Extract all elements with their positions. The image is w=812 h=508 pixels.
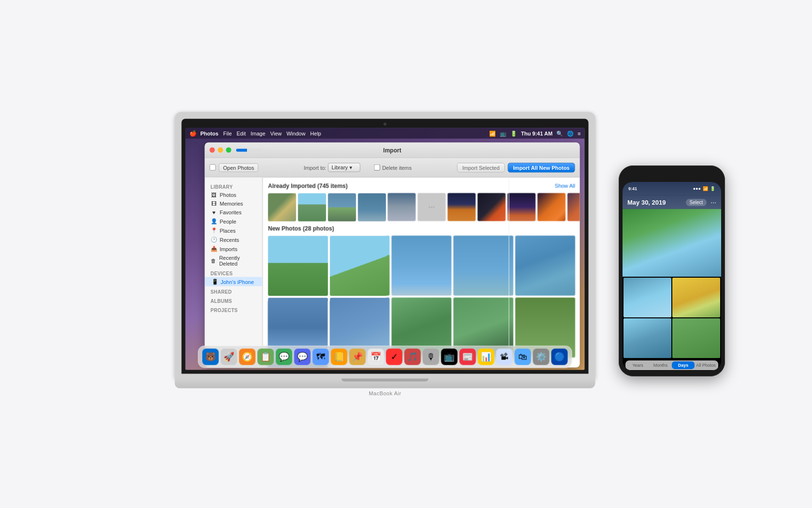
menubar-file[interactable]: File (223, 131, 232, 136)
search-icon[interactable]: 🔍 (556, 130, 563, 136)
menubar-image[interactable]: Image (250, 131, 265, 136)
photo-thumb[interactable] (478, 193, 506, 221)
memories-icon: 🎞 (211, 201, 218, 207)
siri-icon[interactable]: 🌐 (567, 130, 574, 136)
iphone-tab-months[interactable]: Months (649, 361, 672, 369)
sidebar-item-imports[interactable]: 📥 Imports (205, 244, 262, 254)
iphone-grid-photo[interactable] (624, 278, 671, 317)
close-button[interactable] (210, 148, 215, 153)
window-titlebar: Import (205, 143, 580, 158)
new-photo-thumb[interactable] (515, 236, 575, 296)
dock-other[interactable]: 🔵 (551, 349, 568, 365)
iphone-grid-photo[interactable] (672, 278, 720, 317)
dock-maps[interactable]: 🗺 (313, 349, 329, 365)
new-photo-thumb[interactable] (392, 236, 451, 296)
menubar-help[interactable]: Help (310, 131, 321, 136)
menubar-window[interactable]: Window (287, 131, 305, 136)
sidebar-item-photos[interactable]: 🖼 Photos (205, 191, 262, 199)
iphone-view-tabs: Years Months Days All Photos (625, 360, 718, 370)
iphone-tab-allphotos[interactable]: All Photos (695, 361, 717, 369)
new-photo-thumb[interactable] (330, 236, 390, 296)
iphone-more-button[interactable]: ··· (710, 198, 716, 206)
library-select[interactable]: Library ▾ (328, 163, 361, 172)
show-all-link[interactable]: Show All (554, 183, 575, 189)
dock-itunes[interactable]: 🎵 (405, 349, 421, 365)
dock-numbers[interactable]: 📊 (478, 349, 494, 365)
new-photo-thumb[interactable] (453, 236, 513, 296)
dock-background: 🐻 🚀 🧭 📋 💬 💬 🗺 📒 📌 📅 ✓ 🎵 (198, 346, 572, 368)
iphone-grid-photo[interactable] (624, 318, 671, 358)
macbook-label: MacBook Air (175, 390, 595, 396)
import-selected-button[interactable]: Import Selected (457, 163, 505, 172)
dock-stickies[interactable]: 📌 (349, 349, 366, 365)
minimize-button[interactable] (218, 148, 223, 153)
menubar-time: Thu 9:41 AM (521, 131, 552, 136)
apple-icon[interactable]: 🍎 (189, 130, 197, 137)
macbook: 🍎 Photos File Edit Image View Window Hel… (175, 112, 595, 396)
dock-keynote[interactable]: 📽 (496, 349, 513, 365)
sidebar-item-recently-deleted[interactable]: 🗑 Recently Deleted (205, 254, 262, 268)
toolbar-left: Open Photos (210, 163, 259, 172)
open-photos-button[interactable]: Open Photos (219, 163, 259, 172)
sidebar-item-places[interactable]: 📍 Places (205, 226, 262, 235)
albums-section-label: Albums (205, 296, 262, 305)
library-section-label: Library (205, 181, 262, 191)
dock-appstore[interactable]: 🛍 (515, 349, 531, 365)
photo-thumb[interactable] (358, 193, 386, 221)
sidebar-item-recents[interactable]: 🕐 Recents (205, 235, 262, 244)
dock-launchpad[interactable]: 🚀 (221, 349, 237, 365)
dock-discord[interactable]: 💬 (294, 349, 311, 365)
dock-podcasts[interactable]: 🎙 (423, 349, 439, 365)
dock-appletv[interactable]: 📺 (441, 349, 458, 365)
toolbar-right: Import Selected Import All New Photos (457, 163, 575, 172)
menubar-app-name[interactable]: Photos (201, 131, 218, 136)
iphone-tab-days[interactable]: Days (672, 361, 695, 369)
photo-thumb[interactable] (388, 193, 416, 221)
iphone-signal-icon: ●●● (693, 186, 701, 191)
photo-thumb[interactable] (567, 193, 580, 221)
sidebar-item-label: Recently Deleted (219, 255, 256, 267)
sidebar-item-favorites[interactable]: ♥ Favorites (205, 208, 262, 217)
dock-calendar[interactable]: 📅 (368, 349, 384, 365)
macbook-body: 🍎 Photos File Edit Image View Window Hel… (175, 112, 595, 379)
toolbar-checkbox[interactable] (210, 164, 216, 171)
photo-thumb-more[interactable]: ··· (418, 193, 446, 221)
delete-items-checkbox[interactable] (374, 164, 380, 171)
window-toolbar: Open Photos Import to: Library ▾ Delete (205, 158, 580, 178)
photo-thumb[interactable] (328, 193, 356, 221)
photo-thumb[interactable] (448, 193, 476, 221)
dock-finder[interactable]: 🐻 (203, 349, 219, 365)
photo-thumb[interactable] (298, 193, 326, 221)
battery-icon: 🔋 (510, 130, 517, 136)
iphone-grid-photo[interactable] (672, 318, 720, 358)
dock-safari[interactable]: 🧭 (239, 349, 256, 365)
maximize-button[interactable] (226, 148, 232, 153)
iphone-icon: 📱 (212, 279, 218, 285)
devices-section-label: Devices (205, 268, 262, 277)
iphone-select-button[interactable]: Select (686, 198, 707, 206)
photo-thumb[interactable] (268, 193, 296, 221)
iphone-tab-years[interactable]: Years (626, 361, 649, 369)
list-icon[interactable]: ≡ (578, 131, 580, 136)
sidebar-item-memories[interactable]: 🎞 Memories (205, 199, 262, 208)
new-photo-thumb[interactable] (268, 236, 328, 296)
dock-contacts[interactable]: 📋 (258, 349, 274, 365)
dock-notes[interactable]: 📒 (331, 349, 348, 365)
macbook-base (175, 379, 595, 388)
import-all-button[interactable]: Import All New Photos (508, 163, 575, 172)
menubar-edit[interactable]: Edit (237, 131, 246, 136)
dock-preferences[interactable]: ⚙️ (533, 349, 550, 365)
people-icon: 👤 (211, 218, 218, 224)
menubar-view[interactable]: View (270, 131, 282, 136)
dock-news[interactable]: 📰 (460, 349, 476, 365)
sidebar-item-people[interactable]: 👤 People (205, 217, 262, 226)
photo-thumb[interactable] (508, 193, 536, 221)
iphone-main-photo[interactable] (623, 209, 721, 277)
dock-reminders[interactable]: ✓ (386, 349, 403, 365)
iphone-battery-icon: 🔋 (710, 186, 715, 191)
photo-thumb[interactable] (537, 193, 566, 221)
dock-messages[interactable]: 💬 (276, 349, 292, 365)
window-slider[interactable] (236, 149, 263, 151)
sidebar-item-iphone[interactable]: 📱 John's iPhone (205, 277, 262, 286)
shared-section-label: Shared (205, 286, 262, 296)
